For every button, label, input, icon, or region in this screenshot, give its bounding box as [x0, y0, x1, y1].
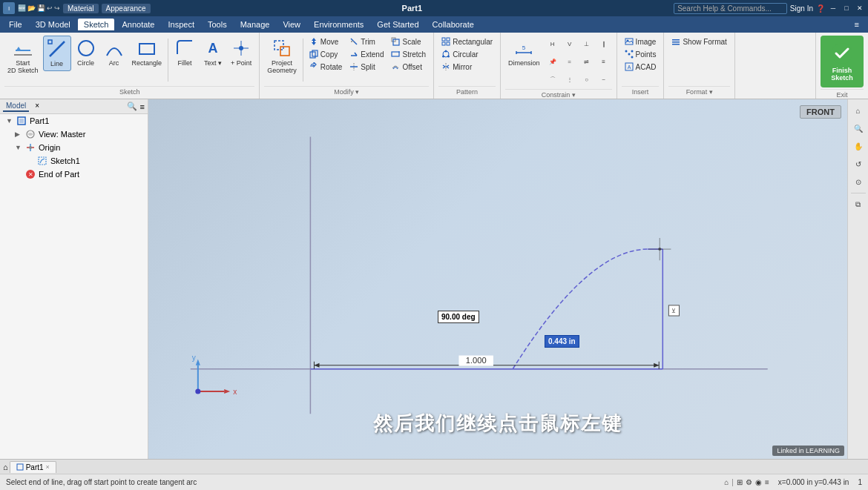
- circular-tool[interactable]: Circular: [438, 48, 496, 60]
- help-btn[interactable]: ❓: [816, 4, 825, 13]
- tree-item-end-of-part[interactable]: ▶ ✕ End of Part: [0, 168, 148, 181]
- constrain-eq[interactable]: =: [562, 53, 578, 70]
- modify-col: Move Copy Rotate: [306, 36, 345, 73]
- tree-item-part1[interactable]: ▼ Part1: [0, 114, 148, 128]
- tree-item-sketch1[interactable]: ▶ Sketch1: [0, 154, 148, 168]
- filter-icon[interactable]: ≡: [140, 102, 145, 111]
- open-btn[interactable]: 📂: [27, 4, 36, 12]
- appearance-dropdown[interactable]: Appearance: [102, 4, 151, 13]
- points-tool[interactable]: Points: [622, 48, 660, 60]
- constrain-sm[interactable]: ≡: [596, 53, 612, 70]
- nav-look-icon[interactable]: ◉: [755, 478, 762, 486]
- view-orbit-btn[interactable]: ↺: [850, 156, 867, 172]
- show-format-tool[interactable]: Show Format: [668, 36, 729, 47]
- rotate-tool[interactable]: Rotate: [306, 61, 345, 73]
- project-geometry-tool[interactable]: ProjectGeometry: [264, 36, 300, 77]
- constrain-sym[interactable]: ⇌: [579, 53, 595, 70]
- view-look-at-btn[interactable]: ⊙: [850, 173, 867, 190]
- value-dim-box[interactable]: 0.443 in: [545, 335, 579, 348]
- canvas-tab-part1[interactable]: Part1 ×: [10, 461, 56, 473]
- scale-label: Scale: [402, 38, 421, 46]
- tab-model[interactable]: Model: [3, 101, 29, 112]
- home-nav-icon[interactable]: ⌂: [3, 463, 8, 471]
- sign-in-btn[interactable]: Sign In: [790, 4, 813, 13]
- statusbar-right: ⌂ | ⊞ ⚙ ◉ ≡ x=0.000 in y=0.443 in 1: [724, 478, 862, 486]
- menu-file[interactable]: File: [3, 19, 28, 30]
- offset-tool[interactable]: Offset: [388, 61, 429, 73]
- image-label: Image: [636, 38, 657, 46]
- split-tool[interactable]: Split: [346, 61, 387, 73]
- fillet-tool[interactable]: Fillet: [171, 36, 198, 70]
- scale-tool[interactable]: Scale: [388, 36, 429, 47]
- redo-btn[interactable]: ↪: [54, 4, 60, 12]
- menu-collaborate[interactable]: Collaborate: [427, 19, 480, 30]
- stretch-tool[interactable]: Stretch: [388, 48, 429, 60]
- new-btn[interactable]: 🆕: [18, 4, 26, 12]
- canvas[interactable]: FRONT: [148, 99, 847, 459]
- menu-manage[interactable]: Manage: [234, 19, 276, 30]
- nav-more-icon[interactable]: ≡: [765, 478, 769, 486]
- move-tool[interactable]: Move: [306, 36, 345, 47]
- view-home-btn[interactable]: ⌂: [850, 102, 867, 119]
- constrain-col[interactable]: ⋮: [562, 71, 578, 87]
- menu-sketch[interactable]: Sketch: [78, 19, 115, 30]
- text-tool[interactable]: A Text ▾: [200, 36, 226, 70]
- insert-group-label: Insert: [622, 86, 660, 96]
- svg-point-55: [29, 146, 32, 149]
- menu-view[interactable]: View: [277, 19, 306, 30]
- constrain-v[interactable]: V: [562, 36, 578, 52]
- svg-text:x: x: [233, 388, 237, 396]
- search-box[interactable]: Search Help & Commands...: [674, 3, 787, 14]
- undo-btn[interactable]: ↩: [47, 4, 53, 12]
- constrain-h[interactable]: H: [545, 36, 561, 52]
- nav-home-icon[interactable]: ⌂: [724, 478, 729, 486]
- rectangle-tool[interactable]: Rectangle: [129, 36, 165, 70]
- mirror-tool[interactable]: Mirror: [438, 61, 496, 73]
- material-dropdown[interactable]: Material: [63, 4, 99, 13]
- view-slice-btn[interactable]: ⧉: [850, 196, 867, 213]
- menu-get-started[interactable]: Get Started: [371, 19, 424, 30]
- nav-settings-icon[interactable]: ⚙: [746, 478, 752, 486]
- arc-tool[interactable]: Arc: [101, 36, 128, 70]
- search-icon[interactable]: 🔍: [127, 102, 137, 111]
- menu-3dmodel[interactable]: 3D Model: [30, 19, 76, 30]
- view-pan-btn[interactable]: ✋: [850, 138, 867, 154]
- save-btn[interactable]: 💾: [37, 4, 45, 12]
- point-tool[interactable]: + Point: [228, 36, 254, 70]
- constrain-p[interactable]: ⊥: [579, 36, 595, 52]
- constrain-fix[interactable]: 📌: [545, 53, 561, 70]
- constrain-smo[interactable]: ~: [596, 71, 612, 87]
- constrain-t[interactable]: ∥: [596, 36, 612, 52]
- circle-tool[interactable]: Circle: [73, 36, 99, 70]
- constrain-con[interactable]: ○: [579, 71, 595, 87]
- titlebar-left: I 🆕 📂 💾 ↩ ↪ Material Appearance: [3, 2, 151, 14]
- tree-item-view-master[interactable]: ▶ View: Master: [0, 128, 148, 141]
- trim-tool[interactable]: Trim: [346, 36, 387, 47]
- image-tool[interactable]: Image: [622, 36, 660, 47]
- menu-tools[interactable]: Tools: [202, 19, 233, 30]
- rectangular-tool[interactable]: Rectangular: [438, 36, 496, 47]
- view-zoom-in-btn[interactable]: 🔍: [850, 120, 867, 136]
- close-btn[interactable]: ✕: [855, 3, 865, 13]
- end-of-part-label: End of Part: [39, 170, 79, 179]
- menu-inspect[interactable]: Inspect: [162, 19, 200, 30]
- menu-environments[interactable]: Environments: [308, 19, 369, 30]
- circular-label: Circular: [453, 50, 478, 59]
- tree-item-origin[interactable]: ▼ Origin: [0, 141, 148, 154]
- nav-grid-icon[interactable]: ⊞: [737, 478, 743, 486]
- line-tool[interactable]: Line: [43, 36, 71, 71]
- ribbon-group-insert: Image Points A ACAD Insert: [617, 33, 665, 99]
- minimize-btn[interactable]: ─: [828, 3, 838, 13]
- menu-expand[interactable]: ≡: [849, 19, 865, 30]
- dimension-tool[interactable]: 5 Dimension: [505, 36, 543, 70]
- finish-sketch-button[interactable]: FinishSketch: [821, 36, 864, 87]
- constrain-tan[interactable]: ⌒: [545, 71, 561, 87]
- restore-btn[interactable]: □: [841, 3, 852, 13]
- acad-tool[interactable]: A ACAD: [622, 61, 660, 73]
- extend-tool[interactable]: Extend: [346, 48, 387, 60]
- canvas-tab-close[interactable]: ×: [46, 463, 50, 471]
- tab-add[interactable]: ×: [32, 101, 42, 112]
- copy-tool[interactable]: Copy: [306, 48, 345, 60]
- start-2d-sketch-tool[interactable]: Start2D Sketch: [4, 36, 42, 77]
- menu-annotate[interactable]: Annotate: [116, 19, 160, 30]
